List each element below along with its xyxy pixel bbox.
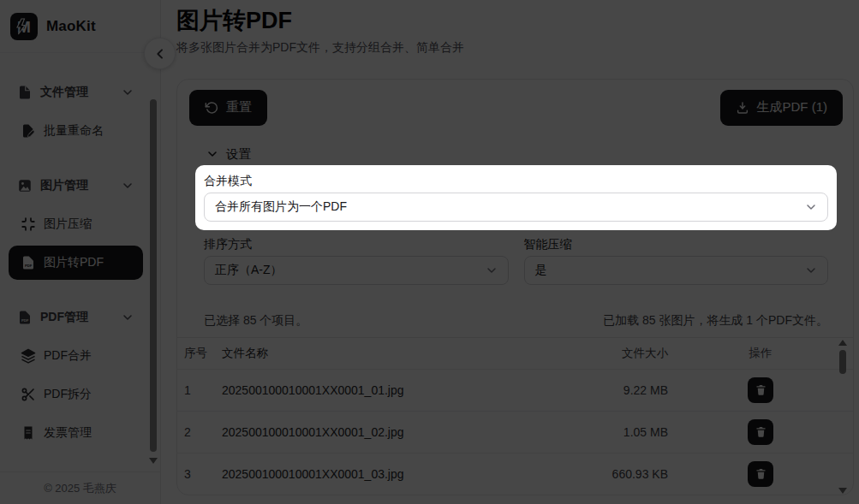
chevron-down-icon bbox=[804, 200, 818, 214]
merge-mode-label: 合并模式 bbox=[204, 174, 828, 187]
tour-overlay[interactable] bbox=[0, 0, 859, 504]
merge-mode-select[interactable]: 合并所有图片为一个PDF bbox=[204, 193, 828, 222]
merge-mode-field-highlighted: 合并模式 合并所有图片为一个PDF bbox=[195, 165, 837, 230]
